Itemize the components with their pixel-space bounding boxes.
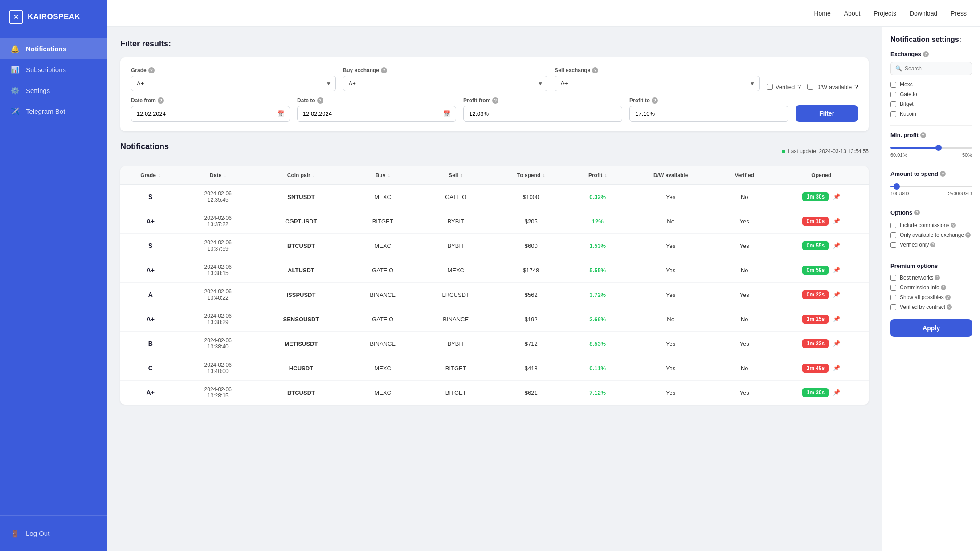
grade-select[interactable]: A+ABS [131,76,336,91]
nav-home[interactable]: Home [814,10,830,17]
exchange-cb-kucoin[interactable] [890,111,896,117]
cell-opened: 1m 22s 📌 [774,332,869,356]
option-cb-verified-only[interactable] [890,242,896,248]
dw-checkbox-item[interactable]: D/W available ? [807,83,858,90]
amount-to-spend-slider[interactable] [890,186,972,187]
cell-coin-pair: CGPTUSDT [255,209,347,234]
pin-icon[interactable]: 📌 [833,389,840,396]
rp-options-title: Options ? [890,209,972,216]
pin-icon[interactable]: 📌 [833,365,840,371]
buy-exchange-select[interactable]: A+MEXCBINANCE [343,76,548,91]
sell-exchange-select[interactable]: A+BYBITGATEIO [555,76,760,91]
dw-checkbox[interactable] [807,84,813,90]
option-include-commissions[interactable]: Include commissions ? [890,220,972,230]
exchanges-search-input[interactable] [905,65,972,72]
amount-right: 25000USD [948,191,972,196]
verified-checkbox[interactable] [767,84,773,90]
premium-cb-verified-by-contract[interactable] [890,304,896,310]
profit-to-help-icon[interactable]: ? [652,97,658,104]
options-help-icon[interactable]: ? [914,210,920,215]
profit-to-input[interactable] [635,110,783,117]
apply-button[interactable]: Apply [890,319,972,337]
nav-about[interactable]: About [844,10,861,17]
profit-from-help-icon[interactable]: ? [492,97,498,104]
buy-exchange-label: Buy exchange ? [343,67,548,73]
amount-range-labels: 100USD 25000USD [890,191,972,196]
sidebar-item-settings[interactable]: ⚙️ Settings [0,80,107,101]
content-area: Filter results: Grade ? A+ABS [107,27,980,551]
cell-buy: GATEIO [347,258,419,283]
exchange-cb-mexc[interactable] [890,82,896,88]
exchange-cb-bitget[interactable] [890,101,896,107]
cell-verified: Yes [715,283,774,307]
cell-date: 2024-02-0613:37:59 [180,234,255,258]
date-to-calendar-icon[interactable]: 📅 [443,110,450,117]
cell-dw: Yes [626,258,715,283]
sidebar-item-label: Subscriptions [26,66,66,73]
date-from-input[interactable] [137,110,274,117]
sell-exchange-label: Sell exchange ? [555,67,760,73]
pin-icon[interactable]: 📌 [833,316,840,322]
premium-cb-best-networks[interactable] [890,275,896,281]
verified-checkbox-item[interactable]: Verified ? [767,83,801,90]
sidebar-item-label: Notifications [26,45,66,53]
premium-option-commission-info[interactable]: Commission info ? [890,283,972,292]
profit-from-input-wrap [463,106,622,122]
divider-2 [890,164,972,164]
filter-button[interactable]: Filter [796,105,858,122]
premium-option-verified-by-contract[interactable]: Verified by contract ? [890,302,972,312]
cell-date: 2024-02-0613:38:40 [180,332,255,356]
dw-help-icon[interactable]: ? [854,83,858,90]
sidebar-item-subscriptions[interactable]: 📊 Subscriptions [0,59,107,80]
sidebar-item-telegram-bot[interactable]: ✈️ Telegram Bot [0,101,107,122]
nav-download[interactable]: Download [910,10,937,17]
option-cb-include-commissions[interactable] [890,223,896,228]
nav-projects[interactable]: Projects [874,10,896,17]
sell-exchange-help-icon[interactable]: ? [592,67,598,73]
exchange-cb-gateio[interactable] [890,92,896,97]
last-update-text: Last update: 2024-03-13 13:54:55 [788,148,869,154]
pin-icon[interactable]: 📌 [833,193,840,200]
premium-option-show-all-possibles[interactable]: Show all possibles ? [890,292,972,302]
date-from-help-icon[interactable]: ? [158,97,164,104]
sidebar-nav: 🔔 Notifications 📊 Subscriptions ⚙️ Setti… [0,34,107,515]
table-row: A+ 2024-02-0613:37:22 CGPTUSDT BITGET BY… [120,209,869,234]
premium-option-best-networks[interactable]: Best networks ? [890,273,972,283]
min-profit-help-icon[interactable]: ? [920,132,926,138]
nav-press[interactable]: Press [951,10,967,17]
amount-help-icon[interactable]: ? [940,171,946,177]
premium-options-list: Best networks ? Commission info ? Show a… [890,273,972,312]
pin-icon[interactable]: 📌 [833,291,840,298]
pin-icon[interactable]: 📌 [833,340,840,347]
exchange-checkbox-kucoin[interactable]: Kucoin [890,109,972,119]
pin-icon[interactable]: 📌 [833,267,840,273]
date-to-help-icon[interactable]: ? [317,97,323,104]
grade-help-icon[interactable]: ? [148,67,155,73]
exchanges-help-icon[interactable]: ? [923,51,929,57]
cell-opened: 1m 30s 📌 [774,381,869,405]
exchange-checkbox-gateio[interactable]: Gate.io [890,89,972,99]
profit-from-filter-group: Profit from ? [463,97,622,122]
option-only-available[interactable]: Only available to exchange ? [890,230,972,240]
pin-icon[interactable]: 📌 [833,218,840,224]
verified-help-icon[interactable]: ? [797,83,801,90]
min-profit-slider[interactable] [890,147,972,149]
sidebar-item-notifications[interactable]: 🔔 Notifications [0,38,107,59]
premium-cb-show-all-possibles[interactable] [890,295,896,300]
logo-icon: ✕ [9,10,23,24]
option-cb-only-available[interactable] [890,232,896,238]
logout-button[interactable]: 🚪 Log Out [11,525,96,542]
date-from-calendar-icon[interactable]: 📅 [277,110,284,117]
exchange-checkbox-mexc[interactable]: Mexc [890,80,972,89]
premium-cb-commission-info[interactable] [890,285,896,291]
cell-grade: S [120,234,180,258]
grade-label: Grade ? [131,67,336,73]
profit-from-label: Profit from ? [463,97,622,104]
pin-icon[interactable]: 📌 [833,242,840,249]
options-list: Include commissions ? Only available to … [890,220,972,250]
buy-exchange-help-icon[interactable]: ? [381,67,387,73]
option-verified-only[interactable]: Verified only ? [890,240,972,250]
exchange-checkbox-bitget[interactable]: Bitget [890,99,972,109]
date-to-input[interactable] [303,110,440,117]
profit-from-input[interactable] [469,110,617,117]
